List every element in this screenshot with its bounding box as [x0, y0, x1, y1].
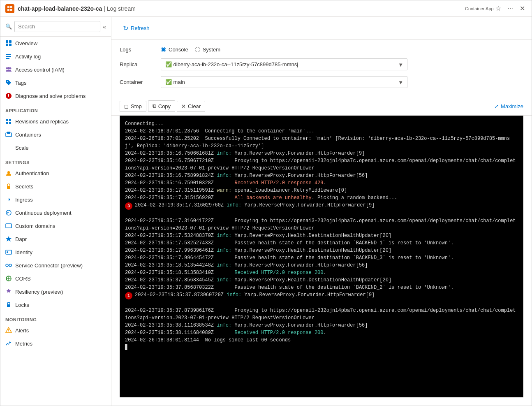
sidebar-item-secrets[interactable]: Secrets: [0, 180, 111, 193]
sidebar-item-custom-domains[interactable]: Custom domains: [0, 219, 111, 232]
stop-button[interactable]: ◻ Stop: [120, 101, 146, 112]
favorite-icon[interactable]: ☆: [494, 3, 503, 14]
container-select[interactable]: ✅ main: [161, 76, 407, 88]
close-icon[interactable]: ✕: [518, 3, 527, 14]
sidebar-item-service-connector[interactable]: Service Connector (preview): [0, 259, 111, 272]
sidebar-item-iam[interactable]: Access control (IAM): [0, 63, 111, 76]
svg-rect-19: [7, 132, 10, 134]
form-section: Logs Console System Replica: [111, 40, 532, 97]
sidebar-item-identity[interactable]: Identity: [0, 246, 111, 259]
right-panel: ↻ Refresh Logs Console System: [111, 17, 532, 406]
stop-label: Stop: [131, 103, 142, 109]
connector-icon: [5, 262, 12, 269]
svg-rect-29: [7, 304, 10, 307]
svg-rect-1: [10, 6, 12, 8]
sidebar-label-scale: Scale: [15, 145, 29, 151]
replica-row: Replica ✅ diberry-aca-lb-232o-ca--11z5rz…: [120, 58, 523, 70]
auth-icon: [5, 170, 12, 176]
collapse-button[interactable]: «: [103, 23, 106, 30]
scale-icon: [5, 144, 12, 151]
svg-point-26: [6, 264, 8, 267]
app-name: chat-app-load-balance-232o-ca: [18, 5, 102, 12]
svg-rect-2: [7, 9, 9, 11]
radio-console-input[interactable]: [161, 47, 166, 52]
sidebar-label-overview: Overview: [15, 40, 37, 46]
log-type-group: Console System: [161, 46, 220, 53]
sidebar-item-cors[interactable]: CORS: [0, 272, 111, 285]
svg-rect-7: [9, 44, 12, 46]
sidebar-item-activity-log[interactable]: Activity log: [0, 50, 111, 63]
more-icon[interactable]: ···: [506, 3, 515, 14]
sidebar-label-auth: Authentication: [15, 170, 49, 176]
radio-console[interactable]: Console: [161, 46, 188, 53]
sidebar-item-revisions[interactable]: Revisions and replicas: [0, 115, 111, 128]
sidebar-item-containers[interactable]: Containers: [0, 128, 111, 141]
svg-rect-9: [6, 56, 11, 57]
sidebar-item-cd[interactable]: Continuous deployment: [0, 206, 111, 219]
search-input[interactable]: [14, 21, 100, 32]
sidebar-label-resiliency: Resiliency (preview): [15, 289, 63, 295]
sidebar-label-ingress: Ingress: [15, 197, 33, 203]
logs-label: Logs: [120, 46, 153, 53]
sidebar-item-resiliency[interactable]: Resiliency (preview): [0, 285, 111, 298]
svg-rect-8: [6, 54, 11, 55]
clear-button[interactable]: ✕ Clear: [177, 101, 205, 112]
svg-rect-0: [7, 6, 9, 8]
maximize-label: Maximize: [501, 103, 523, 109]
sidebar-label-alerts: Alerts: [15, 327, 29, 334]
sidebar-label-dapr: Dapr: [15, 236, 27, 242]
maximize-button[interactable]: ⤢ Maximize: [494, 103, 523, 109]
radio-system-input[interactable]: [195, 47, 200, 52]
sidebar-item-ingress[interactable]: Ingress: [0, 193, 111, 206]
sidebar-item-dapr[interactable]: Dapr: [0, 232, 111, 246]
sidebar-label-service-connector: Service Connector (preview): [15, 262, 83, 269]
sidebar-label-revisions: Revisions and replicas: [15, 118, 69, 125]
sidebar-item-authentication[interactable]: Authentication: [0, 167, 111, 180]
ingress-icon: [5, 196, 12, 203]
revisions-icon: [5, 118, 12, 125]
sidebar-item-scale[interactable]: Scale: [0, 141, 111, 154]
copy-button[interactable]: ⧉ Copy: [148, 100, 175, 112]
metrics-icon: [5, 340, 12, 347]
radio-system-label: System: [203, 46, 220, 53]
replica-select-wrapper: ✅ diberry-aca-lb-232o-ca--11z5rzy-57c899…: [161, 58, 407, 70]
clear-icon: ✕: [181, 103, 186, 109]
svg-rect-3: [10, 9, 12, 11]
copy-icon: ⧉: [153, 103, 156, 109]
copy-label: Copy: [158, 103, 171, 109]
svg-rect-17: [9, 122, 11, 124]
section-application: Application: [0, 102, 111, 115]
sidebar-label-cd: Continuous deployment: [15, 210, 72, 216]
svg-rect-15: [9, 119, 11, 121]
refresh-button[interactable]: ↻ Refresh: [120, 22, 153, 35]
log-toolbar: ◻ Stop ⧉ Copy ✕ Clear ⤢ Maximize: [111, 97, 532, 116]
window-controls: ☆ ··· ✕: [494, 3, 527, 14]
sidebar-item-tags[interactable]: Tags: [0, 76, 111, 89]
sidebar-item-locks[interactable]: Locks: [0, 298, 111, 311]
panel-header: ↻ Refresh: [111, 17, 532, 40]
sidebar-label-tags: Tags: [15, 80, 26, 86]
badge-3: 3: [125, 202, 132, 210]
sidebar-label-containers: Containers: [15, 132, 41, 138]
radio-system[interactable]: System: [195, 46, 220, 53]
refresh-label: Refresh: [131, 25, 150, 31]
identity-icon: [5, 249, 12, 255]
sidebar: 🔍 « Overview: [0, 17, 111, 406]
section-monitoring: Monitoring: [0, 311, 111, 324]
replica-select[interactable]: ✅ diberry-aca-lb-232o-ca--11z5rzy-57c899…: [161, 58, 407, 70]
radio-console-label: Console: [169, 46, 188, 53]
container-row: Container ✅ main ▼: [120, 76, 523, 88]
logs-row: Logs Console System: [120, 46, 523, 53]
log-terminal[interactable]: Connecting... 2024-02-26T18:37:01.23756 …: [120, 116, 523, 397]
svg-rect-10: [6, 58, 9, 59]
app-icon: [5, 4, 14, 13]
sidebar-item-metrics[interactable]: Metrics: [0, 337, 111, 350]
locks-icon: [5, 302, 12, 308]
secrets-icon: [5, 183, 12, 190]
sidebar-item-alerts[interactable]: Alerts: [0, 324, 111, 337]
refresh-icon: ↻: [123, 24, 128, 32]
sidebar-item-overview[interactable]: Overview: [0, 37, 111, 50]
sidebar-item-diagnose[interactable]: Diagnose and solve problems: [0, 89, 111, 102]
app-window: chat-app-load-balance-232o-ca | Log stre…: [0, 0, 532, 406]
activity-log-icon: [5, 53, 12, 60]
